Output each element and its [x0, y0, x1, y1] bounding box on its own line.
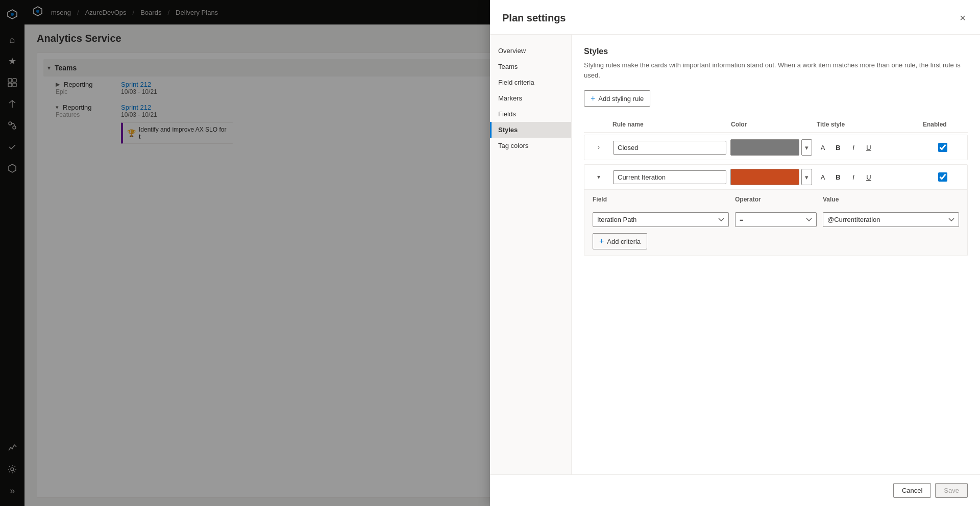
rule-row-current-iteration: ▾ ▾ A B I U	[584, 164, 968, 256]
operator-select-wrapper: = != > <	[735, 212, 817, 227]
header-col1	[588, 121, 608, 128]
nav-item-overview[interactable]: Overview	[490, 43, 571, 59]
enabled-checkbox-current-iteration[interactable]	[938, 172, 947, 182]
bold-btn-closed[interactable]: B	[831, 141, 845, 154]
enabled-checkbox-closed[interactable]	[938, 143, 947, 152]
rule-row-main-closed: › ▾ A B I U	[584, 135, 967, 160]
nav-item-markers[interactable]: Markers	[490, 90, 571, 106]
underline-btn-current-iteration[interactable]: U	[862, 170, 875, 184]
operator-select[interactable]: = != > <	[735, 212, 817, 227]
color-dropdown-btn-closed[interactable]: ▾	[801, 139, 812, 156]
color-swatch-closed[interactable]	[730, 139, 799, 156]
italic-btn-closed[interactable]: I	[847, 141, 860, 154]
modal-body: Overview Teams Field criteria Markers Fi…	[490, 35, 980, 474]
nav-item-teams[interactable]: Teams	[490, 59, 571, 74]
font-size-btn-closed[interactable]: A	[816, 141, 829, 154]
title-style-btns-current-iteration: A B I U	[816, 170, 918, 184]
save-button[interactable]: Save	[935, 483, 968, 498]
rule-row-closed: › ▾ A B I U	[584, 135, 968, 160]
add-criteria-label: Add criteria	[607, 238, 641, 245]
rule-name-input-current-iteration[interactable]	[613, 170, 726, 184]
add-criteria-plus-icon: +	[599, 237, 604, 246]
color-picker-current-iteration: ▾	[730, 169, 812, 185]
font-size-btn-current-iteration[interactable]: A	[816, 170, 829, 184]
criteria-field-label: Field	[593, 196, 729, 203]
value-select[interactable]: @CurrentIteration @Me @Today	[823, 212, 959, 227]
criteria-header-row: Field Operator Value	[593, 196, 959, 206]
value-select-wrapper: @CurrentIteration @Me @Today	[823, 212, 959, 227]
cancel-button[interactable]: Cancel	[893, 483, 931, 498]
styles-section-title: Styles	[584, 47, 968, 56]
add-styling-rule-button[interactable]: + Add styling rule	[584, 90, 650, 107]
header-rule-name: Rule name	[612, 121, 727, 128]
modal-header: Plan settings ×	[490, 0, 980, 35]
color-swatch-current-iteration[interactable]	[730, 169, 799, 185]
rules-table-header: Rule name Color Title style Enabled	[584, 117, 968, 133]
add-rule-label: Add styling rule	[598, 95, 644, 103]
rule-chevron-closed[interactable]: ›	[589, 144, 609, 151]
rule-chevron-current-iteration[interactable]: ▾	[589, 173, 609, 181]
header-title-style: Title style	[817, 121, 919, 128]
field-select-wrapper: Iteration Path State Work Item Type Assi…	[593, 212, 729, 227]
modal-nav: Overview Teams Field criteria Markers Fi…	[490, 35, 572, 474]
add-rule-plus-icon: +	[591, 94, 595, 103]
rule-name-input-closed[interactable]	[613, 141, 726, 155]
modal-footer: Cancel Save	[490, 474, 980, 506]
underline-btn-closed[interactable]: U	[862, 141, 875, 154]
criteria-operator-label: Operator	[735, 196, 817, 203]
field-select[interactable]: Iteration Path State Work Item Type Assi…	[593, 212, 729, 227]
nav-item-fields[interactable]: Fields	[490, 106, 571, 122]
nav-item-field-criteria[interactable]: Field criteria	[490, 74, 571, 90]
title-style-btns-closed: A B I U	[816, 141, 918, 154]
enabled-cell-closed	[922, 143, 963, 152]
rule-criteria-current-iteration: Field Operator Value Iteration Path Stat…	[584, 189, 967, 256]
nav-item-styles[interactable]: Styles	[490, 122, 571, 138]
rule-row-main-current-iteration: ▾ ▾ A B I U	[584, 165, 967, 189]
color-picker-closed: ▾	[730, 139, 812, 156]
styles-section-desc: Styling rules make the cards with import…	[584, 60, 968, 80]
bold-btn-current-iteration[interactable]: B	[831, 170, 845, 184]
enabled-cell-current-iteration	[922, 172, 963, 182]
plan-settings-modal: Plan settings × Overview Teams Field cri…	[490, 0, 980, 506]
color-dropdown-btn-current-iteration[interactable]: ▾	[801, 169, 812, 185]
modal-title: Plan settings	[502, 12, 566, 24]
modal-content-area: Styles Styling rules make the cards with…	[572, 35, 980, 474]
criteria-values-row: Iteration Path State Work Item Type Assi…	[593, 212, 959, 227]
header-enabled: Enabled	[923, 121, 964, 128]
add-criteria-button[interactable]: + Add criteria	[593, 233, 647, 249]
modal-close-button[interactable]: ×	[958, 10, 968, 26]
header-color: Color	[731, 121, 813, 128]
nav-item-tag-colors[interactable]: Tag colors	[490, 138, 571, 154]
criteria-value-label: Value	[823, 196, 959, 203]
italic-btn-current-iteration[interactable]: I	[847, 170, 860, 184]
